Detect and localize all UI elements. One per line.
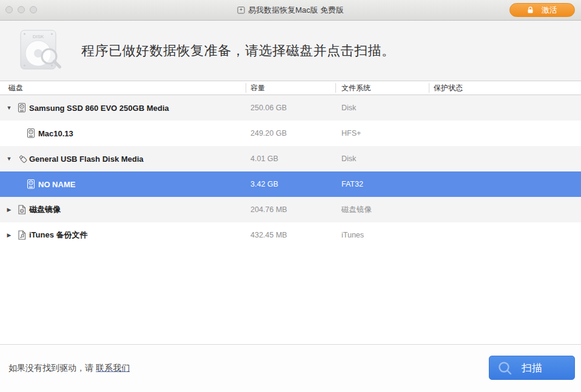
- disk-name: iTunes 备份文件: [29, 230, 88, 241]
- table-row-mac1013[interactable]: Mac10.13 249.20 GB HFS+: [0, 121, 581, 146]
- disk-filesystem: FAT32: [341, 180, 363, 188]
- app-proxy-icon: [237, 6, 245, 14]
- column-header-filesystem: 文件系统: [341, 83, 371, 93]
- disk-filesystem: HFS+: [341, 129, 361, 138]
- footer-bar: 如果没有找到驱动，请联系我们 扫描: [0, 344, 581, 392]
- activate-button[interactable]: 激活: [509, 3, 575, 17]
- drive-not-found-hint: 如果没有找到驱动，请联系我们: [8, 363, 130, 374]
- search-icon: [498, 361, 512, 376]
- app-window: 易我数据恢复Mac版 免费版 激活 DISK: [0, 0, 581, 392]
- window-title-area: 易我数据恢复Mac版 免费版: [0, 0, 581, 20]
- table-row-itunes-backup[interactable]: iTunes 备份文件 432.45 MB iTunes: [0, 222, 581, 248]
- disk-filesystem: Disk: [341, 104, 356, 112]
- disk-filesystem: 磁盘镜像: [341, 205, 372, 215]
- disk-name: 磁盘镜像: [29, 204, 61, 215]
- usb-drive-icon: [18, 154, 28, 164]
- disk-filesystem: iTunes: [341, 231, 364, 239]
- contact-us-link[interactable]: 联系我们: [96, 363, 130, 373]
- disk-capacity: 3.42 GB: [250, 180, 278, 188]
- status-message: 程序已做好数据恢复准备，请选择磁盘并点击扫描。: [81, 21, 395, 81]
- expand-arrow-icon[interactable]: [5, 207, 13, 213]
- column-divider[interactable]: [429, 83, 429, 93]
- column-header-protection: 保护状态: [434, 83, 463, 93]
- disk-list: Samsung SSD 860 EVO 250GB Media 250.06 G…: [0, 95, 581, 248]
- hint-text: 如果没有找到驱动，请: [8, 363, 93, 373]
- disk-capacity: 249.20 GB: [250, 129, 287, 138]
- scan-label: 扫描: [522, 361, 542, 375]
- volume-icon: [27, 179, 35, 190]
- expand-arrow-icon[interactable]: [5, 232, 13, 238]
- disk-name: Samsung SSD 860 EVO 250GB Media: [29, 104, 169, 113]
- disk-capacity: 250.06 GB: [250, 104, 287, 112]
- table-row-samsung-ssd[interactable]: Samsung SSD 860 EVO 250GB Media 250.06 G…: [0, 95, 581, 121]
- table-row-no-name-selected[interactable]: NO NAME 3.42 GB FAT32: [0, 171, 581, 197]
- activate-label: 激活: [542, 5, 557, 16]
- lock-icon: [527, 6, 534, 14]
- disk-icon-label: DISK: [33, 34, 44, 39]
- scan-button[interactable]: 扫描: [489, 356, 575, 380]
- column-header-disk: 磁盘: [8, 83, 23, 93]
- disk-filesystem: Disk: [341, 154, 356, 163]
- volume-icon: [27, 128, 35, 139]
- table-row-usb-flash[interactable]: General USB Flash Disk Media 4.01 GB Dis…: [0, 146, 581, 171]
- disk-capacity: 204.76 MB: [250, 205, 287, 214]
- disk-name: General USB Flash Disk Media: [29, 154, 144, 164]
- collapse-arrow-icon[interactable]: [5, 105, 13, 111]
- window-title: 易我数据恢复Mac版 免费版: [248, 5, 344, 16]
- disk-capacity: 4.01 GB: [250, 154, 278, 163]
- table-row-disk-image[interactable]: 磁盘镜像 204.76 MB 磁盘镜像: [0, 197, 581, 222]
- disk-search-icon: DISK: [16, 28, 65, 73]
- title-bar: 易我数据恢复Mac版 免费版 激活: [0, 0, 581, 21]
- column-header-capacity: 容量: [250, 83, 265, 93]
- disk-image-file-icon: [18, 205, 26, 215]
- hero-banner: DISK 程序已做好数据恢复准备，请选择磁盘并点击扫描。: [0, 21, 581, 81]
- column-divider[interactable]: [246, 83, 246, 93]
- disk-capacity: 432.45 MB: [250, 231, 287, 239]
- table-header: 磁盘 容量 文件系统 保护状态: [0, 81, 581, 95]
- itunes-backup-file-icon: [18, 230, 26, 241]
- internal-drive-icon: [18, 103, 26, 113]
- collapse-arrow-icon[interactable]: [5, 156, 13, 162]
- disk-name: Mac10.13: [38, 129, 73, 138]
- column-divider[interactable]: [335, 83, 336, 93]
- disk-name: NO NAME: [38, 180, 75, 189]
